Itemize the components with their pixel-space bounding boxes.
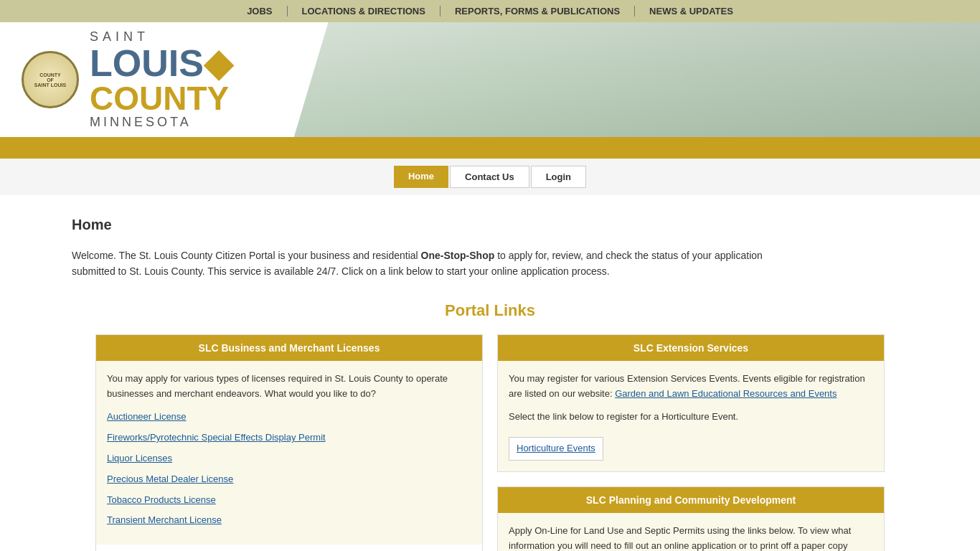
extension-card-header: SLC Extension Services xyxy=(498,335,884,361)
top-nav-locations[interactable]: LOCATIONS & DIRECTIONS xyxy=(288,6,440,17)
nav-login[interactable]: Login xyxy=(531,166,586,188)
nav-bar-inner: Home Contact Us Login xyxy=(394,166,586,188)
liquor-licenses-link[interactable]: Liquor Licenses xyxy=(107,451,471,466)
gold-bar xyxy=(0,137,980,159)
intro-text: Welcome. The St. Louis County Citizen Po… xyxy=(72,248,789,280)
business-card: SLC Business and Merchant Licenses You m… xyxy=(95,334,483,551)
logo-louis: LOUIS◆ xyxy=(90,44,232,82)
top-nav-jobs[interactable]: JOBS xyxy=(232,6,287,17)
business-card-header: SLC Business and Merchant Licenses xyxy=(96,335,482,361)
auctioneer-license-link[interactable]: Auctioneer License xyxy=(107,410,471,425)
main-content: Home Welcome. The St. Louis County Citiz… xyxy=(0,195,980,551)
business-card-body: You may apply for various types of licen… xyxy=(96,361,482,545)
extension-card: SLC Extension Services You may register … xyxy=(497,334,885,472)
one-stop-shop-bold: One-Stop-Shop xyxy=(421,250,495,261)
transient-merchant-link[interactable]: Transient Merchant License xyxy=(107,513,471,528)
fireworks-permit-link[interactable]: Fireworks/Pyrotechnic Special Effects Di… xyxy=(107,430,471,446)
logo-area: COUNTY OF SAINT LOUIS SAINT LOUIS◆ COUNT… xyxy=(22,29,232,130)
portal-links-title: Portal Links xyxy=(72,301,908,320)
header: COUNTY OF SAINT LOUIS SAINT LOUIS◆ COUNT… xyxy=(0,22,980,137)
top-bar: JOBS LOCATIONS & DIRECTIONS REPORTS, FOR… xyxy=(0,0,980,22)
planning-card: SLC Planning and Community Development A… xyxy=(497,486,885,551)
nav-bar: Home Contact Us Login xyxy=(0,159,980,195)
planning-card-header: SLC Planning and Community Development xyxy=(498,487,884,513)
planning-text: Apply On-Line for Land Use and Septic Pe… xyxy=(509,524,873,551)
nav-contact-us[interactable]: Contact Us xyxy=(450,166,529,188)
logo-county: COUNTY xyxy=(90,82,232,115)
top-nav: JOBS LOCATIONS & DIRECTIONS REPORTS, FOR… xyxy=(0,6,980,17)
tobacco-products-link[interactable]: Tobacco Products License xyxy=(107,493,471,508)
extension-middle: Select the link below to register for a … xyxy=(509,410,873,425)
horticulture-events-link[interactable]: Horticulture Events xyxy=(509,437,603,461)
planning-card-body: Apply On-Line for Land Use and Septic Pe… xyxy=(498,513,884,551)
precious-metal-link[interactable]: Precious Metal Dealer License xyxy=(107,472,471,487)
logo-text: SAINT LOUIS◆ COUNTY MINNESOTA xyxy=(90,29,232,130)
top-nav-news[interactable]: NEWS & UPDATES xyxy=(635,6,748,17)
portal-grid: SLC Business and Merchant Licenses You m… xyxy=(95,334,885,551)
nav-home[interactable]: Home xyxy=(394,166,448,188)
business-card-intro: You may apply for various types of licen… xyxy=(107,372,471,402)
extension-intro: You may register for various Extension S… xyxy=(509,372,873,402)
page-title: Home xyxy=(72,217,908,233)
garden-lawn-link[interactable]: Garden and Lawn Educational Resources an… xyxy=(615,388,837,399)
county-seal: COUNTY OF SAINT LOUIS xyxy=(22,51,79,108)
top-nav-reports[interactable]: REPORTS, FORMS & PUBLICATIONS xyxy=(440,6,635,17)
logo-minnesota: MINNESOTA xyxy=(90,115,232,130)
extension-column: SLC Extension Services You may register … xyxy=(497,334,885,551)
extension-card-body: You may register for various Extension S… xyxy=(498,361,884,471)
